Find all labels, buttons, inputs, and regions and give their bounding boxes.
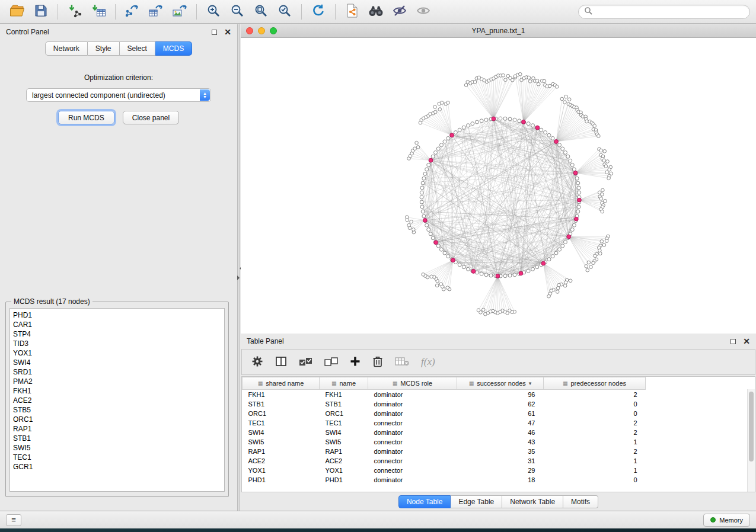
tab-mcds[interactable]: MCDS bbox=[155, 41, 192, 56]
result-node-item[interactable]: CAR1 bbox=[13, 320, 221, 329]
close-panel-icon[interactable]: ✕ bbox=[224, 29, 231, 35]
result-node-item[interactable]: GCR1 bbox=[13, 462, 221, 472]
column-label: successor nodes bbox=[477, 380, 526, 387]
vertical-splitter[interactable] bbox=[237, 24, 240, 511]
column-type-icon: ▦ bbox=[258, 381, 263, 386]
table-toolbar: f(x) bbox=[241, 349, 755, 375]
find-button[interactable] bbox=[365, 2, 387, 21]
show-hidden-button[interactable] bbox=[412, 2, 435, 21]
zoom-fit-button[interactable] bbox=[250, 2, 272, 21]
result-node-item[interactable]: TEC1 bbox=[13, 453, 221, 462]
toolbar-separator bbox=[58, 4, 58, 20]
result-node-item[interactable]: PMA2 bbox=[13, 377, 221, 386]
panel-menu-button[interactable]: ≡ bbox=[6, 514, 21, 526]
result-node-item[interactable]: ACE2 bbox=[13, 396, 221, 405]
column-label: MCDS role bbox=[400, 380, 432, 387]
result-node-item[interactable]: STB5 bbox=[13, 405, 221, 415]
zoom-in-button[interactable] bbox=[202, 2, 225, 21]
result-node-item[interactable]: FKH1 bbox=[13, 386, 221, 396]
eye-icon bbox=[416, 4, 431, 19]
table-row[interactable]: PHD1PHD1dominator180 bbox=[243, 475, 755, 485]
column-header-MCDS-role[interactable]: ▦MCDS role bbox=[368, 377, 457, 390]
chevron-down-icon: ▾ bbox=[529, 380, 532, 386]
table-row[interactable]: ACE2ACE2connector311 bbox=[243, 456, 755, 466]
memory-button[interactable]: Memory bbox=[703, 514, 750, 527]
function-builder-button[interactable]: f(x) bbox=[421, 356, 435, 368]
header-filler bbox=[646, 377, 755, 390]
tab-style[interactable]: Style bbox=[88, 41, 120, 56]
control-panel: Control Panel ✕ NetworkStyleSelectMCDS O… bbox=[0, 24, 237, 511]
table-row[interactable]: FKH1FKH1dominator962 bbox=[243, 390, 755, 399]
criterion-select[interactable]: largest connected component (undirected)… bbox=[26, 88, 211, 102]
share-document-button[interactable] bbox=[341, 2, 363, 21]
tab-node-table[interactable]: Node Table bbox=[398, 495, 451, 508]
close-panel-icon[interactable]: ✕ bbox=[743, 338, 750, 344]
tab-network[interactable]: Network bbox=[45, 41, 88, 56]
result-node-item[interactable]: RAP1 bbox=[13, 424, 221, 434]
show-columns-button[interactable] bbox=[275, 355, 287, 369]
column-header-successor-nodes[interactable]: ▦successor nodes▾ bbox=[457, 377, 544, 390]
export-image-icon bbox=[172, 4, 187, 20]
zoom-selected-button[interactable] bbox=[273, 2, 296, 21]
create-column-button[interactable] bbox=[350, 356, 361, 368]
scrollbar-thumb[interactable] bbox=[749, 392, 754, 462]
table-row[interactable]: SWI4SWI4dominator462 bbox=[243, 428, 755, 437]
search-input[interactable] bbox=[596, 8, 744, 16]
table-row[interactable]: RAP1RAP1dominator352 bbox=[243, 447, 755, 456]
table-row[interactable]: STB1STB1dominator620 bbox=[243, 399, 755, 409]
unchecked-boxes-icon bbox=[324, 355, 338, 369]
cell-filler bbox=[646, 409, 755, 418]
select-all-columns-button[interactable] bbox=[299, 355, 312, 369]
export-network-button[interactable] bbox=[121, 2, 143, 21]
delete-column-button[interactable] bbox=[372, 355, 383, 369]
result-node-item[interactable]: STB1 bbox=[13, 434, 221, 443]
column-header-shared-name[interactable]: ▦shared name bbox=[243, 377, 320, 390]
result-node-item[interactable]: SWI4 bbox=[13, 358, 221, 367]
unselect-all-columns-button[interactable] bbox=[324, 355, 338, 369]
tab-edge-table[interactable]: Edge Table bbox=[451, 495, 502, 508]
table-row[interactable]: ORC1ORC1dominator610 bbox=[243, 409, 755, 418]
result-node-item[interactable]: PHD1 bbox=[13, 310, 221, 320]
table-cell: SWI5 bbox=[243, 437, 320, 447]
result-node-item[interactable]: SWI5 bbox=[13, 443, 221, 453]
result-node-item[interactable]: YOX1 bbox=[13, 348, 221, 358]
checked-boxes-icon bbox=[299, 355, 312, 369]
column-header-name[interactable]: ▦name bbox=[320, 377, 368, 390]
tab-select[interactable]: Select bbox=[120, 41, 155, 56]
table-row[interactable]: YOX1YOX1connector291 bbox=[243, 466, 755, 475]
eye-slash-icon bbox=[392, 4, 407, 19]
table-cell: 1 bbox=[544, 466, 646, 475]
table-cell: dominator bbox=[368, 399, 457, 409]
result-node-item[interactable]: SRD1 bbox=[13, 367, 221, 377]
table-scrollbar[interactable] bbox=[747, 389, 755, 492]
open-session-button[interactable] bbox=[6, 2, 28, 21]
table-row[interactable]: TEC1TEC1connector472 bbox=[243, 418, 755, 428]
result-node-item[interactable]: ORC1 bbox=[13, 415, 221, 424]
delete-table-button[interactable] bbox=[395, 356, 409, 368]
float-panel-icon[interactable] bbox=[212, 30, 217, 35]
zoom-out-button[interactable] bbox=[226, 2, 248, 21]
float-panel-icon[interactable] bbox=[731, 339, 736, 344]
table-settings-button[interactable] bbox=[251, 355, 263, 369]
tab-motifs[interactable]: Motifs bbox=[563, 495, 598, 508]
import-network-button[interactable] bbox=[63, 2, 86, 21]
export-table-button[interactable] bbox=[145, 2, 167, 21]
run-mcds-button[interactable]: Run MCDS bbox=[58, 111, 114, 124]
table-row[interactable]: SWI5SWI5connector431 bbox=[243, 437, 755, 447]
network-view[interactable] bbox=[241, 38, 756, 333]
column-header-predecessor-nodes[interactable]: ▦predecessor nodes bbox=[544, 377, 646, 390]
apply-layout-button[interactable] bbox=[307, 2, 330, 21]
save-session-button[interactable] bbox=[30, 2, 52, 21]
hide-selected-button[interactable] bbox=[388, 2, 411, 21]
export-image-button[interactable] bbox=[168, 2, 191, 21]
close-panel-button[interactable]: Close panel bbox=[123, 111, 179, 124]
search-field[interactable] bbox=[578, 5, 750, 19]
cell-filler bbox=[646, 399, 755, 409]
result-node-item[interactable]: TID3 bbox=[13, 339, 221, 348]
result-node-item[interactable]: STP4 bbox=[13, 329, 221, 339]
table-cell: 61 bbox=[457, 409, 544, 418]
mcds-result-list: PHD1CAR1STP4TID3YOX1SWI4SRD1PMA2FKH1ACE2… bbox=[9, 308, 225, 492]
tab-network-table[interactable]: Network Table bbox=[502, 495, 563, 508]
network-titlebar[interactable]: YPA_prune.txt_1 bbox=[241, 24, 756, 38]
import-table-button[interactable] bbox=[87, 2, 110, 21]
